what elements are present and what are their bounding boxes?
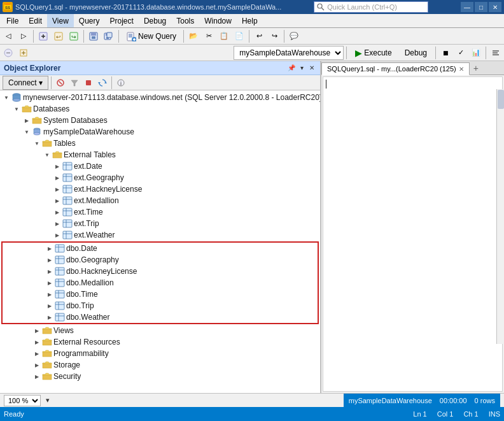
oe-disconnect-button[interactable] [54,76,67,89]
forward-button[interactable]: ▷ [17,29,31,43]
expander-system-dbs[interactable]: ▶ [22,115,32,125]
expander-dbo-date[interactable]: ▶ [45,243,55,253]
menu-window[interactable]: Window [199,14,237,27]
menu-debug[interactable]: Debug [139,14,171,27]
tab-add-button[interactable]: + [470,62,482,75]
parse-button[interactable]: ✓ [454,46,468,60]
stop-button[interactable]: ⏹ [438,46,452,60]
expander-programmability[interactable]: ▶ [32,348,42,359]
expander-mysampledw[interactable]: ▼ [22,127,32,137]
tree-item-storage[interactable]: ▶ Storage [0,359,320,371]
expander-tables[interactable]: ▼ [32,138,42,148]
expander-dbo-time[interactable]: ▶ [45,289,55,299]
tree-item-security[interactable]: ▶ Security [0,371,320,382]
panel-close-button[interactable]: ✕ [307,64,316,73]
tree-item-ext-trip[interactable]: ▶ ext.Trip [0,218,320,229]
format-button[interactable] [489,46,503,60]
expander-storage[interactable]: ▶ [32,360,42,370]
tree-item-mysampledw[interactable]: ▼ mySampleDataWarehouse [0,126,320,138]
expander-views[interactable]: ▶ [32,325,42,336]
tree-item-ext-weather[interactable]: ▶ ext.Weather [0,229,320,241]
new-query-button[interactable]: New Query [122,29,181,43]
menu-help[interactable]: Help [237,14,263,27]
back-button[interactable]: ◁ [1,29,15,43]
tree-item-dbo-date[interactable]: ▶ dbo.Date [3,243,318,254]
tree-item-server[interactable]: ▼ mynewserver-20171113.database.windows.… [0,92,320,103]
tree-item-ext-date[interactable]: ▶ ext.Date [0,161,320,172]
menu-view[interactable]: View [47,14,74,27]
expander-server[interactable]: ▼ [1,92,11,103]
cut-button[interactable]: ✂ [202,29,216,43]
database-dropdown[interactable]: mySampleDataWarehouse [234,46,344,60]
expander-ext-date[interactable]: ▶ [52,161,62,171]
panel-pin-button[interactable]: 📌 [287,64,296,73]
comment-button[interactable]: 💬 [287,29,301,43]
tree-item-dbo-weather[interactable]: ▶ dbo.Weather [3,311,318,323]
expander-databases[interactable]: ▼ [11,104,22,114]
close-button[interactable]: ✕ [489,2,501,12]
open-button[interactable]: 📂 [186,29,200,43]
toolbar-btn-3[interactable]: ↪ [67,29,81,43]
zoom-dropdown[interactable]: 100 % [4,395,41,406]
oe-summary-button[interactable]: i [115,76,127,89]
tree-item-programmability[interactable]: ▶ Programmability [0,348,320,359]
redo-button[interactable]: ↪ [267,29,281,43]
expander-ext-trip[interactable]: ▶ [52,218,62,229]
tree-item-ext-hackneylicense[interactable]: ▶ ext.HackneyLicense [0,183,320,195]
oe-refresh-button[interactable] [96,76,109,89]
expander-ext-medallion[interactable]: ▶ [52,196,62,206]
results-button[interactable]: 📊 [469,46,483,60]
expander-ext-hackneylicense[interactable]: ▶ [52,184,62,194]
paste-button[interactable]: 📄 [232,29,246,43]
expander-ext-geography[interactable]: ▶ [52,173,62,183]
toolbar-btn-2[interactable]: ↩ [52,29,66,43]
tree-item-dbo-medallion[interactable]: ▶ dbo.Medallion [3,277,318,289]
menu-file[interactable]: File [1,14,24,27]
menu-project[interactable]: Project [105,14,139,27]
expander-security[interactable]: ▶ [32,371,42,382]
minimize-button[interactable]: — [461,2,473,12]
debug-label-button[interactable]: Debug [399,46,433,60]
tree-item-dbo-time[interactable]: ▶ dbo.Time [3,289,318,300]
vertical-scrollbar[interactable] [496,89,504,344]
tree-item-ext-geography[interactable]: ▶ ext.Geography [0,172,320,183]
tree-item-ext-tables[interactable]: ▼ External Tables [0,149,320,161]
scrollbar-thumb[interactable] [498,90,504,109]
save-button[interactable] [87,29,101,43]
tree-item-ext-resources[interactable]: ▶ External Resources [0,336,320,348]
tree-item-dbo-trip[interactable]: ▶ dbo.Trip [3,300,318,311]
tree-item-system-dbs[interactable]: ▶ System Databases [0,115,320,126]
oe-filter-button[interactable] [68,76,81,89]
maximize-button[interactable]: □ [475,2,487,12]
menu-query[interactable]: Query [74,14,105,27]
expander-ext-tables[interactable]: ▼ [42,150,52,160]
tree-item-databases[interactable]: ▼ Databases [0,103,320,115]
undo-button[interactable]: ↩ [252,29,266,43]
expander-dbo-medallion[interactable]: ▶ [45,278,55,288]
tree-item-tables[interactable]: ▼ Tables [0,138,320,149]
tree-item-ext-medallion[interactable]: ▶ ext.Medallion [0,195,320,206]
expander-dbo-hackneylicense[interactable]: ▶ [45,266,55,276]
expander-ext-weather[interactable]: ▶ [52,230,62,240]
query-tab-1[interactable]: SQLQuery1.sql - my...(LoaderRC20 (125) ✕ [321,62,470,75]
query-editor[interactable] [323,76,503,392]
toolbar2-btn1[interactable] [1,46,15,60]
expander-dbo-trip[interactable]: ▶ [45,301,55,311]
menu-tools[interactable]: Tools [171,14,199,27]
tab-close-1[interactable]: ✕ [459,66,464,73]
panel-dropdown-button[interactable]: ▾ [297,64,306,73]
copy-button[interactable]: 📋 [217,29,231,43]
object-explorer-tree[interactable]: ▼ mynewserver-20171113.database.windows.… [0,90,320,393]
expander-ext-resources[interactable]: ▶ [32,337,42,347]
connect-button[interactable]: Connect ▾ [3,76,48,90]
expander-dbo-geography[interactable]: ▶ [45,255,55,265]
toolbar-btn-1[interactable] [36,29,50,43]
oe-stop-button[interactable] [82,76,95,89]
menu-edit[interactable]: Edit [24,14,47,27]
expander-ext-time[interactable]: ▶ [52,207,62,217]
expander-dbo-weather[interactable]: ▶ [45,312,55,322]
execute-button[interactable]: ▶ Execute [349,46,397,60]
tree-item-ext-time[interactable]: ▶ ext.Time [0,206,320,218]
save-all-button[interactable] [102,29,116,43]
toolbar2-btn2[interactable] [17,46,31,60]
